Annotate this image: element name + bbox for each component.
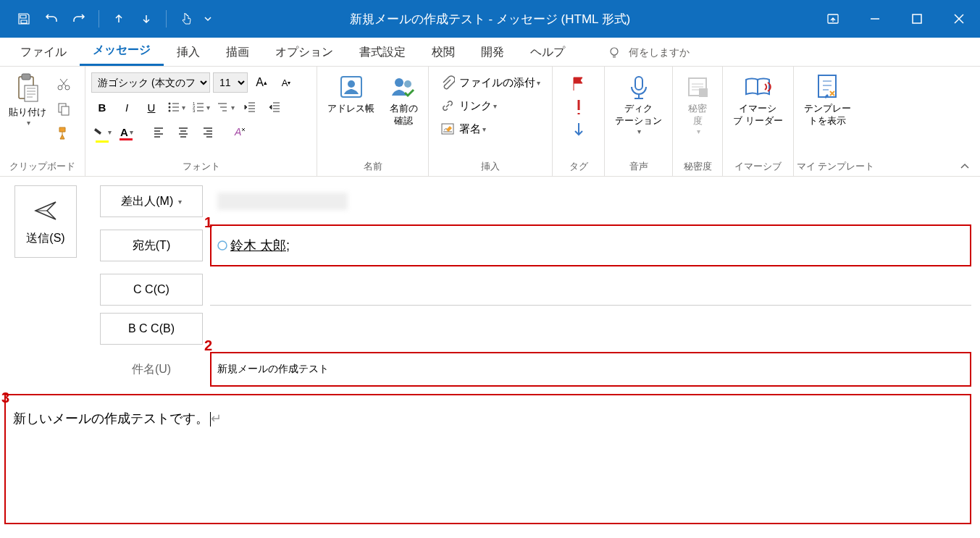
dictate-button[interactable]: ディク テーション ▾ — [608, 70, 669, 138]
redo-button[interactable] — [67, 7, 91, 31]
quick-access-toolbar — [0, 7, 214, 31]
decrease-indent-button[interactable] — [239, 97, 261, 117]
tab-file[interactable]: ファイル — [7, 39, 80, 66]
tab-options[interactable]: オプション — [262, 39, 346, 66]
group-voice: ディク テーション ▾ 音声 — [605, 67, 673, 176]
numbering-button[interactable]: 123▾ — [190, 97, 212, 117]
grow-font-button[interactable]: A▴ — [251, 72, 272, 93]
chevron-down-icon: ▾ — [27, 119, 30, 127]
collapse-ribbon-button[interactable] — [960, 161, 970, 172]
bcc-field[interactable] — [210, 313, 971, 345]
paste-label: 貼り付け — [9, 106, 46, 119]
close-button[interactable] — [938, 0, 980, 38]
low-importance-button[interactable] — [573, 122, 585, 139]
bcc-button[interactable]: B C C(B) — [100, 313, 203, 345]
address-book-button[interactable]: アドレス帳 — [320, 70, 382, 118]
to-field[interactable]: 鈴木 太郎; — [210, 224, 971, 266]
font-color-button[interactable]: A▾ — [116, 122, 138, 142]
svg-point-19 — [395, 78, 403, 87]
from-button[interactable]: 差出人(M) ▾ — [100, 185, 203, 217]
italic-button[interactable]: I — [116, 97, 138, 117]
signature-button[interactable]: 署名 ▾ — [435, 119, 546, 139]
group-names: アドレス帳 名前の 確認 名前 — [317, 67, 429, 176]
svg-point-10 — [168, 103, 170, 105]
check-names-button[interactable]: 名前の 確認 — [382, 70, 425, 130]
tab-help[interactable]: ヘルプ — [517, 39, 578, 66]
high-importance-button[interactable] — [573, 98, 585, 116]
link-button[interactable]: リンク ▾ — [435, 96, 546, 116]
window-controls — [812, 0, 980, 38]
clear-formatting-button[interactable]: A — [229, 122, 251, 142]
tab-message[interactable]: メッセージ — [80, 37, 164, 66]
align-center-button[interactable] — [172, 122, 194, 142]
recipient-chip[interactable]: 鈴木 太郎; — [217, 237, 290, 254]
align-left-button[interactable] — [148, 122, 169, 142]
underline-button[interactable]: U — [141, 97, 162, 117]
group-include-label: 挿入 — [432, 157, 549, 176]
attach-file-button[interactable]: ファイルの添付 ▾ — [435, 72, 546, 93]
tab-format[interactable]: 書式設定 — [346, 39, 419, 66]
align-right-button[interactable] — [197, 122, 219, 142]
multilevel-list-button[interactable]: ▾ — [214, 97, 236, 117]
presence-icon — [217, 240, 227, 251]
lightbulb-icon — [607, 46, 621, 60]
from-value-redacted — [217, 193, 348, 210]
send-button[interactable]: 送信(S) — [14, 185, 77, 258]
paperclip-icon — [440, 75, 455, 90]
tab-developer[interactable]: 開発 — [468, 39, 517, 66]
check-names-icon — [389, 72, 418, 101]
svg-point-12 — [168, 110, 170, 112]
cut-button[interactable] — [55, 75, 72, 93]
qat-separator-2 — [166, 10, 167, 28]
svg-rect-1 — [913, 14, 921, 23]
bullets-button[interactable]: ▾ — [165, 97, 187, 117]
svg-point-20 — [404, 80, 411, 88]
message-body[interactable]: 新しいメールの作成テストです。↵ — [4, 394, 971, 524]
window-sync-button[interactable] — [812, 0, 854, 38]
increase-indent-button[interactable] — [264, 97, 285, 117]
svg-text:3: 3 — [193, 109, 196, 113]
subject-value: 新規メールの作成テスト — [217, 363, 329, 376]
tab-draw[interactable]: 描画 — [213, 39, 262, 66]
font-size-select[interactable]: 11 — [213, 72, 248, 93]
address-book-label: アドレス帳 — [327, 103, 374, 115]
sensitivity-button: 秘密 度 ▾ — [676, 70, 719, 138]
cc-field[interactable] — [210, 274, 971, 306]
subject-field[interactable]: 新規メールの作成テスト — [210, 352, 971, 387]
save-button[interactable] — [12, 7, 36, 31]
paste-button[interactable]: 貼り付け ▾ — [3, 70, 52, 130]
maximize-button[interactable] — [896, 0, 938, 38]
send-label: 送信(S) — [26, 231, 64, 246]
tellme-search[interactable]: 何をしますか — [600, 40, 697, 66]
tab-review[interactable]: 校閲 — [419, 39, 468, 66]
follow-up-flag-button[interactable] — [570, 75, 587, 93]
minimize-button[interactable] — [854, 0, 896, 38]
to-button[interactable]: 宛先(T) — [100, 230, 203, 261]
title-bar: 新規メールの作成テスト - メッセージ (HTML 形式) — [0, 0, 980, 38]
immersive-reader-button[interactable]: イマーシ ブ リーダー — [726, 70, 790, 130]
tab-insert[interactable]: 挿入 — [164, 39, 213, 66]
touch-mode-button[interactable] — [174, 7, 198, 31]
copy-button[interactable] — [55, 100, 72, 117]
qat-more-button[interactable] — [201, 7, 214, 31]
svg-rect-24 — [699, 88, 708, 97]
ribbon-tabs: ファイル メッセージ 挿入 描画 オプション 書式設定 校閲 開発 ヘルプ 何を… — [0, 38, 980, 67]
group-tags: タグ — [553, 67, 605, 176]
cc-button[interactable]: C C(C) — [100, 274, 203, 306]
bold-button[interactable]: B — [91, 97, 113, 117]
format-painter-button[interactable] — [55, 125, 72, 142]
font-family-select[interactable]: 游ゴシック (本文のフ — [91, 72, 210, 93]
dictate-label: ディク テーション — [615, 103, 662, 127]
signature-icon — [440, 122, 455, 136]
microphone-icon — [624, 72, 653, 101]
shrink-font-button[interactable]: A▾ — [275, 72, 297, 93]
next-item-button[interactable] — [134, 7, 159, 31]
subject-label: 件名(U) — [100, 362, 203, 377]
previous-item-button[interactable] — [106, 7, 131, 31]
undo-button[interactable] — [39, 7, 64, 31]
paragraph-mark-icon: ↵ — [211, 411, 222, 426]
check-names-label: 名前の 確認 — [390, 103, 418, 127]
flag-icon — [570, 75, 587, 93]
view-templates-button[interactable]: テンプレー トを表示 — [797, 70, 858, 130]
highlight-button[interactable]: ▾ — [91, 122, 113, 142]
